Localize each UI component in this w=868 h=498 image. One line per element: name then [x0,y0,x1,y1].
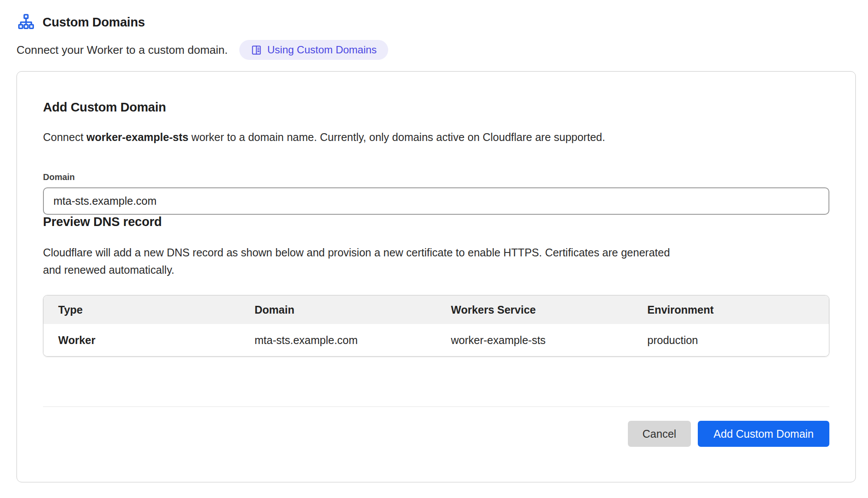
sitemap-icon [17,13,36,31]
card-title: Add Custom Domain [43,100,829,115]
cell-type: Worker [43,334,240,347]
domain-field-label: Domain [43,172,829,182]
custom-domains-page: Custom Domains Connect your Worker to a … [0,0,868,482]
domain-input[interactable] [43,187,829,215]
doc-link-using-custom-domains[interactable]: Using Custom Domains [239,40,388,60]
card-intro: Connect worker-example-sts worker to a d… [43,131,829,144]
open-book-icon [251,44,262,56]
preview-dns-description: Cloudflare will add a new DNS record as … [43,244,673,278]
footer-divider [43,406,829,407]
cell-domain: mta-sts.example.com [240,334,436,347]
page-title: Custom Domains [43,15,145,29]
doc-link-label: Using Custom Domains [267,44,377,56]
page-subtitle-row: Connect your Worker to a custom domain. … [17,40,856,60]
intro-prefix: Connect [43,131,86,143]
table-row: Worker mta-sts.example.com worker-exampl… [43,324,829,356]
table-header-environment: Environment [633,304,829,316]
cell-workers-service: worker-example-sts [436,334,633,347]
table-header-workers-service: Workers Service [436,304,633,316]
cancel-button[interactable]: Cancel [628,421,691,447]
intro-suffix: worker to a domain name. Currently, only… [188,131,605,143]
card-footer-buttons: Cancel Add Custom Domain [43,421,829,447]
cell-environment: production [633,334,829,347]
dns-preview-table: Type Domain Workers Service Environment … [43,295,829,357]
page-subtitle: Connect your Worker to a custom domain. [17,43,228,57]
table-header-row: Type Domain Workers Service Environment [43,295,829,324]
add-custom-domain-button[interactable]: Add Custom Domain [698,421,829,447]
worker-name: worker-example-sts [86,131,188,143]
preview-dns-title: Preview DNS record [43,215,829,229]
table-header-type: Type [43,304,240,316]
add-custom-domain-card: Add Custom Domain Connect worker-example… [17,71,856,482]
page-header: Custom Domains [17,13,856,31]
table-header-domain: Domain [240,304,436,316]
